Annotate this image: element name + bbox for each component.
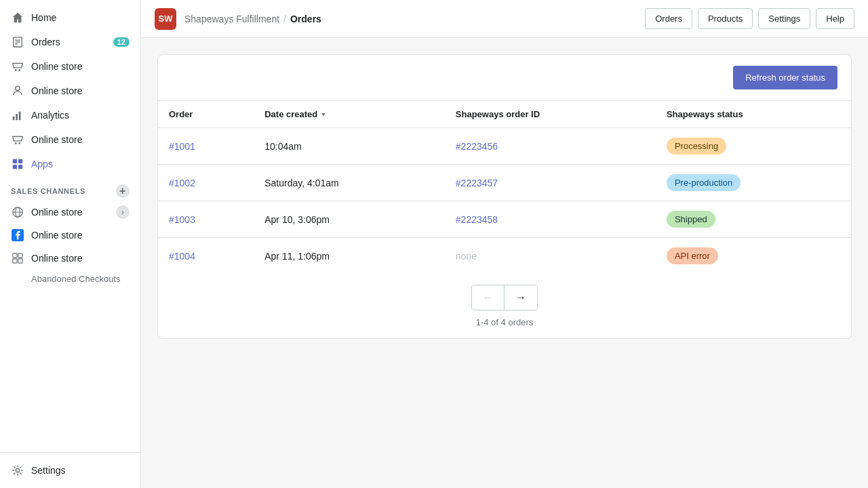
date-cell: Saturday, 4:01am xyxy=(254,165,445,201)
status-badge: Processing xyxy=(667,138,726,155)
orders-table: Order Date created Shapeways order ID xyxy=(158,101,851,274)
sidebar-analytics-label: Analytics xyxy=(31,110,69,121)
globe-icon xyxy=(11,205,24,219)
apps-icon xyxy=(11,157,24,171)
nav-settings-button[interactable]: Settings xyxy=(758,8,810,29)
store-icon-3 xyxy=(11,133,24,146)
sidebar-item-apps[interactable]: Apps xyxy=(0,152,140,176)
order-cell: #1004 xyxy=(158,238,254,274)
sidebar-bottom: Settings xyxy=(0,452,140,488)
sales-channels-label: SALES CHANNELS xyxy=(11,187,85,195)
topbar: SW Shapeways Fulfillment / Orders Orders… xyxy=(141,0,868,38)
shapeways-id-cell: none xyxy=(445,238,656,274)
sales-channels-section: SALES CHANNELS + xyxy=(0,176,140,201)
sidebar-sc-2-label: Online store xyxy=(31,230,82,241)
svg-point-12 xyxy=(18,142,20,144)
abandoned-checkouts-link[interactable]: Abandoned Checkouts xyxy=(0,270,140,288)
shapeways-id-cell: #2223456 xyxy=(445,128,656,165)
sidebar: Home Orders 12 Online store Online store xyxy=(0,0,141,488)
status-badge: Pre-production xyxy=(667,174,741,191)
orders-icon xyxy=(11,35,24,49)
table-row: #1002 Saturday, 4:01am #2223457 Pre-prod… xyxy=(158,165,851,201)
app-logo: SW xyxy=(155,8,176,30)
next-page-button[interactable]: → xyxy=(505,285,537,310)
sidebar-sc-3[interactable]: Online store xyxy=(0,247,140,270)
nav-help-button[interactable]: Help xyxy=(816,8,854,29)
order-link[interactable]: #1001 xyxy=(169,141,195,152)
sidebar-sc-1[interactable]: Online store › xyxy=(0,201,140,224)
sidebar-item-home[interactable]: Home xyxy=(0,5,140,30)
order-link[interactable]: #1003 xyxy=(169,214,195,225)
svg-rect-15 xyxy=(13,165,17,169)
order-link[interactable]: #1004 xyxy=(169,251,195,262)
pagination-buttons: ← → xyxy=(471,285,538,310)
sidebar-home-label: Home xyxy=(31,12,56,23)
order-cell: #1002 xyxy=(158,165,254,201)
breadcrumb: Shapeways Fulfillment / Orders xyxy=(184,14,321,24)
main-area: SW Shapeways Fulfillment / Orders Orders… xyxy=(141,0,868,488)
topbar-actions: Orders Products Settings Help xyxy=(645,8,854,29)
sidebar-sc-2[interactable]: Online store xyxy=(0,224,140,247)
sidebar-item-online-store-2[interactable]: Online store xyxy=(0,79,140,103)
shapeways-id-link[interactable]: #2223456 xyxy=(456,141,498,152)
svg-rect-14 xyxy=(18,159,22,163)
order-link[interactable]: #1002 xyxy=(169,178,195,188)
svg-rect-21 xyxy=(13,253,17,258)
sidebar-sc-3-label: Online store xyxy=(31,253,82,264)
sidebar-item-online-store-3[interactable]: Online store xyxy=(0,127,140,152)
sidebar-online-store-3-label: Online store xyxy=(31,134,82,145)
status-cell: Processing xyxy=(656,128,851,165)
svg-rect-16 xyxy=(18,165,22,169)
sidebar-online-store-1-label: Online store xyxy=(31,61,82,72)
sidebar-item-online-store-1[interactable]: Online store xyxy=(0,54,140,79)
sidebar-nav: Home Orders 12 Online store Online store xyxy=(0,0,140,452)
status-badge: Shipped xyxy=(667,211,715,228)
svg-rect-9 xyxy=(19,112,21,121)
shapeways-id-cell: #2223458 xyxy=(445,201,656,238)
col-status: Shapeways status xyxy=(656,101,851,128)
status-cell: API error xyxy=(656,238,851,274)
sidebar-item-analytics[interactable]: Analytics xyxy=(0,103,140,127)
sidebar-orders-label: Orders xyxy=(31,37,60,47)
sc-1-arrow[interactable]: › xyxy=(116,205,130,219)
status-cell: Pre-production xyxy=(656,165,851,201)
sidebar-settings-label: Settings xyxy=(31,465,66,476)
svg-rect-23 xyxy=(13,259,17,263)
col-date[interactable]: Date created xyxy=(254,101,445,128)
order-cell: #1003 xyxy=(158,201,254,238)
breadcrumb-page: Orders xyxy=(290,14,321,24)
sidebar-sc-1-label: Online store xyxy=(31,207,82,218)
date-cell: Apr 11, 1:06pm xyxy=(254,238,445,274)
settings-icon xyxy=(11,464,24,477)
content: Refresh order status Order Date created xyxy=(141,38,868,488)
none-label: none xyxy=(456,251,477,262)
shapeways-id-link[interactable]: #2223458 xyxy=(456,214,498,225)
shapeways-id-cell: #2223457 xyxy=(445,165,656,201)
prev-page-button[interactable]: ← xyxy=(472,285,505,310)
svg-rect-22 xyxy=(18,253,22,258)
nav-orders-button[interactable]: Orders xyxy=(645,8,692,29)
nav-products-button[interactable]: Products xyxy=(698,8,753,29)
sidebar-online-store-2-label: Online store xyxy=(31,85,82,96)
table-row: #1001 10:04am #2223456 Processing xyxy=(158,128,851,165)
sidebar-item-orders[interactable]: Orders 12 xyxy=(0,30,140,54)
breadcrumb-app: Shapeways Fulfillment xyxy=(184,14,279,24)
orders-badge: 12 xyxy=(113,37,130,47)
pagination: ← → 1-4 of 4 orders xyxy=(158,274,851,338)
date-cell: Apr 10, 3:06pm xyxy=(254,201,445,238)
svg-point-5 xyxy=(18,69,20,71)
svg-rect-24 xyxy=(18,259,22,263)
svg-point-6 xyxy=(16,86,20,90)
add-sales-channel-button[interactable]: + xyxy=(116,184,130,198)
order-cell: #1001 xyxy=(158,128,254,165)
analytics-icon xyxy=(11,108,24,122)
card-header: Refresh order status xyxy=(158,55,851,101)
sidebar-item-settings[interactable]: Settings xyxy=(0,458,140,483)
person-icon xyxy=(11,84,24,98)
shapeways-id-link[interactable]: #2223457 xyxy=(456,178,498,188)
grid-icon xyxy=(11,251,24,265)
svg-point-4 xyxy=(15,69,17,71)
refresh-order-status-button[interactable]: Refresh order status xyxy=(733,66,837,89)
date-cell: 10:04am xyxy=(254,128,445,165)
svg-point-25 xyxy=(16,468,19,472)
